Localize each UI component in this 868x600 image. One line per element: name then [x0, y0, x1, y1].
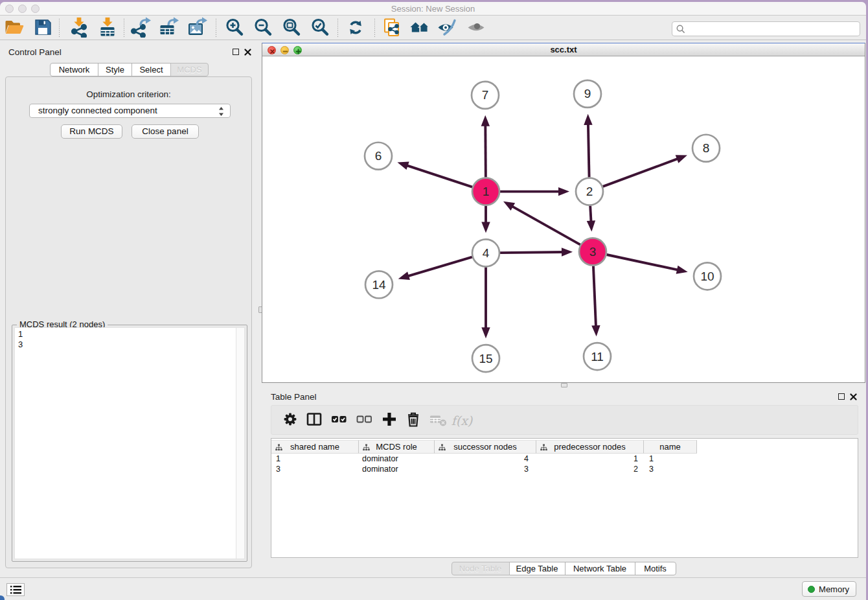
network-maximize-button[interactable] — [293, 46, 302, 54]
tab-style[interactable]: Style — [98, 63, 132, 76]
mcds-result-box[interactable]: 13 — [14, 327, 245, 559]
zoom-out-button[interactable] — [251, 17, 275, 40]
splitter-grip[interactable] — [561, 383, 567, 387]
run-mcds-button[interactable]: Run MCDS — [61, 124, 122, 139]
edge-4-14[interactable] — [407, 257, 472, 277]
zoom-fit-button[interactable] — [280, 17, 303, 40]
add-column-button[interactable] — [378, 410, 400, 432]
export-network-button[interactable] — [130, 17, 153, 40]
edge-2-8[interactable] — [603, 158, 679, 187]
select-all-button[interactable] — [328, 410, 350, 432]
zoom-in-button[interactable] — [223, 17, 246, 40]
window-zoom-button[interactable] — [31, 5, 40, 13]
table-cell: 1 — [644, 454, 697, 464]
search-field[interactable] — [672, 21, 860, 36]
delete-table-button[interactable] — [427, 410, 449, 432]
delete-column-button[interactable] — [402, 410, 424, 432]
tab-network[interactable]: Network — [50, 63, 98, 76]
column-header-shared-name[interactable]: shared name — [271, 440, 359, 454]
edge-2-3[interactable] — [590, 206, 591, 223]
import-table-icon — [97, 17, 118, 40]
mcds-scrollbar[interactable] — [236, 328, 244, 559]
edge-arrow — [481, 222, 490, 233]
node-label-3: 3 — [589, 245, 597, 259]
clone-network-icon — [382, 17, 402, 40]
criterion-value: strongly connected component — [38, 106, 157, 115]
settings-button[interactable] — [279, 410, 301, 432]
import-table-button[interactable] — [96, 17, 119, 40]
panel-list-button[interactable] — [6, 583, 25, 596]
toolbar-separator — [216, 19, 216, 38]
float-panel-icon[interactable] — [233, 49, 239, 55]
memory-label: Memory — [819, 584, 849, 594]
attribute-icon — [439, 444, 446, 451]
table-row[interactable]: 1dominator411 — [271, 454, 858, 464]
edge-2-9[interactable] — [588, 123, 589, 178]
open-file-button[interactable] — [3, 17, 26, 40]
show-neighbors-button[interactable] — [408, 17, 431, 40]
column-header-label: successor nodes — [453, 442, 517, 452]
hide-selected-button[interactable] — [436, 17, 459, 40]
network-minimize-button[interactable] — [280, 46, 289, 54]
zoom-in-icon — [224, 17, 245, 40]
status-bar: Memory — [0, 577, 866, 600]
refresh-button[interactable] — [344, 17, 367, 40]
network-titlebar: scc.txt — [262, 43, 865, 56]
deselect-all-button[interactable] — [353, 410, 375, 432]
tab-select[interactable]: Select — [131, 63, 171, 76]
float-panel-icon[interactable] — [838, 393, 845, 400]
edge-1-7[interactable] — [485, 124, 486, 178]
column-header-MCDS-role[interactable]: MCDS role — [359, 440, 435, 454]
criterion-select[interactable]: strongly connected component — [29, 104, 231, 118]
split-columns-icon — [304, 409, 325, 432]
column-header-predecessor-nodes[interactable]: predecessor nodes — [536, 440, 644, 454]
tab-network-table[interactable]: Network Table — [565, 562, 635, 575]
edge-3-10[interactable] — [607, 255, 679, 270]
tab-mcds[interactable]: MCDS — [170, 63, 209, 76]
memory-button[interactable]: Memory — [802, 581, 856, 597]
save-session-icon — [32, 17, 53, 40]
vertical-splitter[interactable] — [254, 41, 262, 577]
export-image-button[interactable] — [186, 17, 209, 40]
column-header-successor-nodes[interactable]: successor nodes — [435, 440, 536, 454]
show-all-button[interactable] — [465, 17, 488, 40]
show-neighbors-icon — [409, 17, 430, 40]
network-canvas[interactable]: 1234678910111415 — [262, 57, 865, 382]
edge-arrow — [481, 115, 490, 126]
close-panel-icon[interactable] — [244, 49, 251, 56]
node-label-10: 10 — [700, 270, 714, 283]
save-session-button[interactable] — [31, 17, 54, 40]
network-close-button[interactable] — [268, 46, 276, 54]
clone-network-button[interactable] — [380, 17, 404, 40]
table-cell: 3 — [435, 464, 536, 474]
close-panel-icon[interactable] — [850, 393, 857, 400]
function-builder-button[interactable]: f(x) — [451, 410, 473, 432]
zoom-selected-button[interactable] — [308, 17, 332, 40]
node-label-14: 14 — [372, 278, 385, 292]
node-label-4: 4 — [483, 246, 490, 260]
edge-arrow — [562, 248, 573, 256]
import-network-button[interactable] — [67, 17, 91, 40]
edge-arrow — [587, 220, 595, 231]
tab-motifs[interactable]: Motifs — [635, 562, 676, 575]
window-minimize-button[interactable] — [18, 5, 27, 13]
node-table: shared nameMCDS rolesuccessor nodesprede… — [271, 438, 858, 558]
column-header-name[interactable]: name — [644, 440, 697, 454]
table-tabs: Node TableEdge TableNetwork TableMotifs — [262, 562, 865, 575]
window-close-button[interactable] — [5, 5, 14, 13]
memory-status-icon — [808, 586, 815, 593]
edge-3-1[interactable] — [511, 206, 580, 245]
tab-node-table[interactable]: Node Table — [451, 562, 510, 575]
show-all-icon — [466, 17, 487, 40]
edge-3-11[interactable] — [593, 266, 596, 327]
table-row[interactable]: 3dominator323 — [271, 464, 858, 474]
export-table-button[interactable] — [157, 17, 181, 40]
tab-edge-table[interactable]: Edge Table — [509, 562, 565, 575]
table-cell: 3 — [644, 464, 697, 474]
node-label-11: 11 — [591, 350, 604, 363]
edge-4-3[interactable] — [500, 252, 564, 253]
close-panel-button[interactable]: Close panel — [131, 124, 199, 139]
edge-1-6[interactable] — [406, 165, 472, 187]
edge-arrow — [676, 266, 688, 274]
split-columns-button[interactable] — [303, 410, 325, 432]
